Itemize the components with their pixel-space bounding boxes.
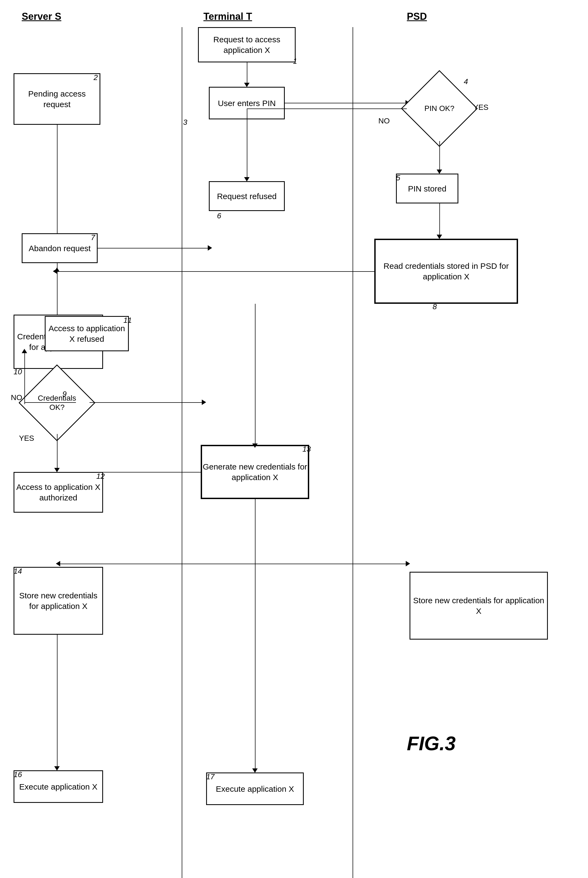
arrow-gen-to-store-v: [255, 499, 255, 564]
arrowhead-cred-yes: [54, 468, 60, 472]
yes-label-cred: YES: [19, 434, 34, 443]
label-n17: 17: [206, 773, 214, 781]
arrow-readcred-to-gen-v: [255, 304, 255, 445]
arrow-pin-stored-v: [440, 203, 440, 236]
label-n1: 1: [293, 57, 297, 66]
arrowhead-credok-right: [202, 399, 206, 405]
no-label-pin: NO: [378, 117, 390, 125]
diamond-pin-ok-wrap: PIN OK?: [407, 76, 472, 141]
terminal-header: Terminal T: [203, 11, 252, 22]
arrowhead-exec-t: [252, 768, 258, 773]
box-access-refused: Access to application X refused: [45, 316, 129, 351]
box-execute-s: Execute application X: [14, 770, 103, 803]
label-n14: 14: [14, 567, 22, 576]
box-execute-t: Execute application X: [206, 773, 304, 805]
arrowhead-exec-s: [54, 766, 60, 771]
label-n7: 7: [91, 233, 95, 242]
box-generate-credentials: Generate new credentials for application…: [201, 445, 309, 499]
arrow-store-s-to-exec-v: [57, 635, 57, 768]
arrowhead-pin-yes: [436, 170, 442, 174]
vline-left: [182, 27, 182, 878]
diamond-cred-ok-label: Credentials OK?: [35, 393, 79, 412]
arrow-gen-to-cred-h: [57, 472, 201, 473]
arrow-pin-no-h2: [247, 108, 353, 109]
arrow-pin-yes-v: [440, 141, 440, 171]
arrowhead-pin-no: [244, 177, 249, 182]
label-n5: 5: [396, 174, 400, 182]
vline-right: [352, 27, 353, 878]
label-n13: 13: [302, 445, 311, 453]
box-access-authorized: Access to application X authorized: [14, 472, 103, 513]
label-n8: 8: [433, 302, 437, 311]
arrow-pin-no-h: [352, 108, 407, 109]
arrowhead-store-psd: [406, 561, 410, 566]
box-store-new-s: Store new credentials for application X: [14, 567, 103, 635]
arrow-pin-to-diamond: [285, 103, 407, 104]
arrow-abandon-right: [98, 248, 209, 248]
arrow-1: [247, 62, 248, 84]
arrow-credok-right: [90, 402, 203, 403]
arrow-to-store-s-h: [57, 564, 255, 564]
diamond-pin-ok-label: PIN OK?: [418, 104, 461, 113]
box-pin-stored: PIN stored: [396, 174, 458, 203]
arrow-pin-no-v: [247, 108, 248, 179]
box-store-new-psd: Store new credentials for application X: [410, 572, 548, 639]
arrow-read-cred-h: [54, 271, 374, 272]
label-n4: 4: [464, 77, 468, 86]
arrow-cred-to-abandon-v: [57, 269, 57, 315]
box-read-credentials: Read credentials stored in PSD for appli…: [374, 239, 518, 304]
label-n2: 2: [94, 73, 98, 82]
label-n11: 11: [123, 316, 132, 325]
label-n3: 3: [183, 118, 188, 127]
arrowhead-pin-stored: [436, 235, 442, 239]
server-header: Server S: [22, 11, 61, 22]
arrowhead-store-s: [56, 561, 60, 566]
diamond-cred-ok-wrap: Credentials OK?: [24, 372, 90, 434]
arrow-cred-no-v: [24, 350, 25, 404]
arrowhead-1: [244, 83, 249, 87]
no-label-cred: NO: [11, 393, 22, 402]
box-pending-access: Pending access request: [14, 73, 100, 125]
arrowhead-gen: [252, 443, 258, 448]
psd-header: PSD: [407, 11, 427, 22]
arrowhead-abandon: [54, 267, 60, 272]
label-n10: 10: [14, 368, 22, 376]
fig-label: FIG.3: [407, 732, 456, 755]
box-request-refused: Request refused: [209, 181, 285, 211]
yes-label-pin: YES: [473, 103, 489, 112]
label-n16: 16: [14, 770, 22, 779]
label-n12: 12: [96, 472, 105, 481]
arrowhead-cred-no: [22, 349, 27, 353]
diagram: Server S Terminal T PSD Request to acces…: [0, 0, 588, 878]
box-request-access: Request to access application X: [198, 27, 296, 62]
arrow-gen-to-exec-t-v: [255, 564, 255, 770]
arrow-to-store-psd-h: [255, 564, 407, 564]
label-n6: 6: [217, 212, 221, 220]
arrow-cred-yes-v: [57, 434, 57, 469]
box-abandon-request: Abandon request: [22, 233, 98, 263]
arrowhead-abandon-right: [208, 245, 212, 251]
